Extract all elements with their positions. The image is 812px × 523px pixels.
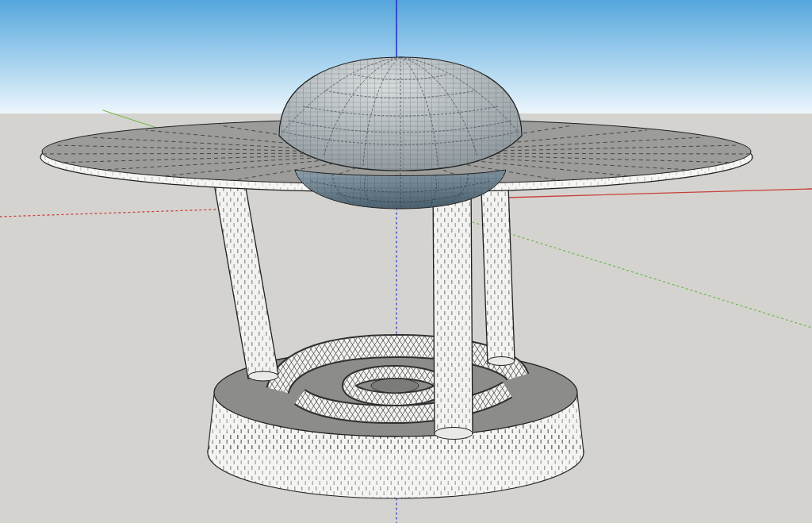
viewport-canvas[interactable] — [0, 0, 812, 523]
column-right-foot — [488, 357, 515, 366]
column-left-foot — [248, 371, 278, 381]
column-middle[interactable] — [433, 183, 473, 440]
ramp-center-hole — [371, 379, 419, 393]
column-middle-texture — [433, 183, 473, 433]
application-window — [0, 0, 812, 523]
column-middle-foot — [435, 428, 473, 440]
